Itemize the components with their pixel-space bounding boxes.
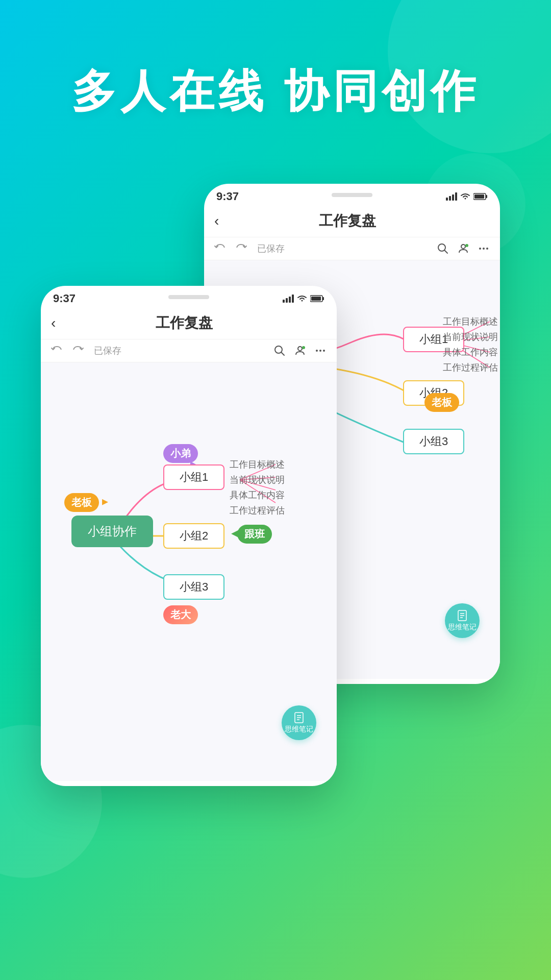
wifi-icon-front [297, 295, 307, 303]
signal-icon-back [446, 192, 457, 201]
phone-speaker-front [168, 295, 209, 299]
svg-rect-5 [486, 195, 487, 198]
svg-rect-28 [311, 297, 321, 301]
badge-boss-back: 老板 [424, 393, 459, 412]
branch1-back: 工作目标概述 [443, 315, 498, 328]
node-group2-front: 小组2 [163, 523, 224, 549]
svg-point-13 [486, 248, 488, 250]
arrow-genban: ◀ [231, 527, 239, 539]
more-icon-back[interactable] [478, 242, 490, 255]
badge-laoda-front: 老大 [163, 605, 198, 624]
phone-speaker-back [332, 193, 372, 197]
svg-point-35 [323, 350, 325, 352]
svg-point-31 [298, 347, 302, 351]
svg-point-11 [479, 248, 481, 250]
collab-icon-back[interactable] [457, 242, 469, 255]
phone-header-back: ‹ 工作复盘 [204, 207, 500, 237]
back-button-back[interactable]: ‹ [214, 213, 219, 229]
svg-rect-1 [449, 196, 451, 201]
status-icons-back [446, 192, 488, 201]
branch4-front: 工作过程评估 [230, 504, 285, 517]
time-back: 9:37 [216, 190, 239, 203]
mindmap-canvas-front: 小组协作 小弟 ▾ 老板 ▸ 小组1 小组2 跟班 ◀ 小组3 [41, 362, 337, 781]
phone-front: 9:37 ‹ 工作复盘 [41, 286, 337, 786]
more-icon-front[interactable] [314, 345, 327, 357]
phone-header-front: ‹ 工作复盘 [41, 309, 337, 339]
collab-icon-front[interactable] [294, 345, 306, 357]
branch2-back: 当前现状说明 [443, 331, 498, 343]
branch3-front: 具体工作内容 [230, 489, 285, 501]
svg-rect-3 [455, 192, 457, 201]
svg-point-9 [461, 244, 465, 249]
node-group3-back: 小组3 [403, 429, 464, 454]
battery-icon-front [310, 295, 324, 303]
svg-line-8 [444, 250, 447, 253]
svg-rect-24 [289, 297, 291, 303]
redo-icon-front[interactable] [71, 345, 84, 357]
badge-genban-front: 跟班 [237, 525, 272, 544]
redo-icon-back[interactable] [235, 242, 247, 255]
svg-point-12 [483, 248, 485, 250]
svg-line-30 [281, 352, 284, 355]
branch4-back: 工作过程评估 [443, 361, 498, 374]
saved-label-front: 已保存 [94, 345, 121, 357]
back-button-front[interactable]: ‹ [51, 315, 56, 331]
svg-point-32 [302, 346, 305, 349]
branch3-back: 具体工作内容 [443, 346, 498, 358]
svg-rect-27 [322, 297, 324, 300]
battery-icon-back [473, 192, 488, 201]
svg-point-33 [316, 350, 318, 352]
svg-rect-0 [446, 198, 448, 201]
branch2-front: 当前现状说明 [230, 474, 285, 486]
svg-rect-6 [474, 194, 484, 199]
undo-icon-front[interactable] [51, 345, 63, 357]
node-central-front: 小组协作 [71, 516, 153, 547]
svg-rect-25 [292, 295, 294, 303]
signal-icon-front [283, 295, 294, 303]
node-group3-front: 小组3 [163, 574, 224, 600]
badge-laoban-front: 老板 [64, 493, 99, 512]
toolbar-back: 已保存 [204, 237, 500, 260]
page-title-front: 工作复盘 [156, 313, 213, 333]
undo-icon-back[interactable] [214, 242, 227, 255]
svg-rect-2 [452, 194, 454, 201]
svg-point-10 [465, 244, 468, 247]
memo-button-front[interactable]: 思维笔记 [282, 705, 316, 740]
toolbar-front: 已保存 [41, 339, 337, 362]
saved-label-back: 已保存 [257, 242, 285, 255]
hero-title: 多人在线 协同创作 [0, 61, 551, 122]
status-icons-front [283, 295, 324, 303]
memo-button-back[interactable]: 思维笔记 [445, 603, 480, 638]
arrow-laoban: ▸ [102, 494, 108, 508]
time-front: 9:37 [53, 292, 76, 305]
wifi-icon-back [460, 192, 470, 201]
node-group1-front: 小组1 [163, 464, 224, 490]
svg-point-34 [319, 350, 321, 352]
search-icon-back[interactable] [437, 242, 449, 255]
svg-rect-22 [283, 300, 285, 303]
branch1-front: 工作目标概述 [230, 458, 285, 471]
search-icon-front[interactable] [273, 345, 286, 357]
svg-rect-23 [286, 298, 288, 303]
page-title-back: 工作复盘 [319, 211, 376, 231]
